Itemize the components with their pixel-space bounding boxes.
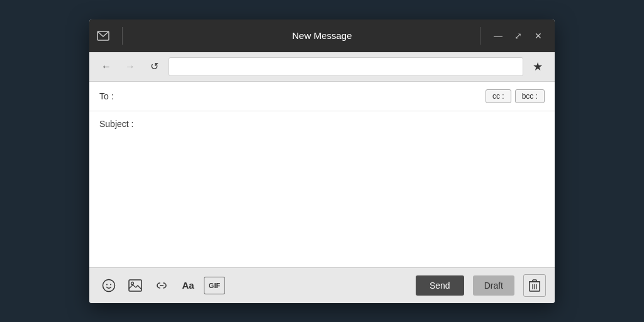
body-input[interactable] — [99, 144, 545, 257]
delete-button[interactable] — [523, 274, 546, 297]
svg-rect-4 — [129, 280, 142, 291]
window-title: New Message — [292, 30, 352, 41]
bcc-button[interactable]: bcc : — [515, 89, 545, 103]
titlebar-right: — ⤢ ✕ — [480, 27, 547, 45]
svg-point-2 — [106, 284, 108, 285]
cc-button[interactable]: cc : — [486, 89, 511, 103]
body-area — [89, 136, 555, 267]
image-button[interactable] — [125, 275, 146, 296]
titlebar-left — [97, 27, 129, 45]
minimize-button[interactable]: — — [489, 27, 507, 45]
close-button[interactable]: ✕ — [530, 27, 547, 45]
subject-input[interactable] — [143, 119, 545, 129]
bookmark-button[interactable]: ★ — [528, 57, 547, 76]
back-button[interactable]: ← — [97, 57, 116, 76]
bottom-toolbar: Aa GIF Send Draft — [89, 267, 555, 303]
to-input[interactable] — [143, 91, 486, 101]
compose-area: To : cc : bcc : Subject : — [89, 82, 555, 267]
mail-icon — [97, 31, 109, 41]
emoji-button[interactable] — [98, 275, 119, 296]
url-bar[interactable] — [169, 57, 523, 76]
send-button[interactable]: Send — [416, 275, 464, 296]
subject-field-row: Subject : — [89, 111, 555, 136]
gif-button[interactable]: GIF — [204, 277, 225, 294]
svg-point-5 — [131, 282, 134, 284]
subject-label: Subject : — [99, 119, 143, 129]
to-label: To : — [99, 91, 143, 101]
titlebar-divider-right — [480, 27, 480, 45]
font-button[interactable]: Aa — [177, 275, 199, 296]
navbar: ← → ↺ ★ — [89, 52, 555, 82]
svg-point-3 — [110, 284, 111, 285]
titlebar-divider-left — [122, 27, 123, 45]
link-button[interactable] — [151, 275, 172, 296]
field-actions: cc : bcc : — [486, 89, 545, 103]
maximize-button[interactable]: ⤢ — [509, 27, 527, 45]
titlebar: New Message — ⤢ ✕ — [89, 19, 555, 52]
svg-point-1 — [103, 279, 115, 291]
email-compose-window: New Message — ⤢ ✕ ← → ↺ ★ To : cc : bcc … — [89, 19, 555, 303]
forward-button[interactable]: → — [121, 57, 140, 76]
refresh-button[interactable]: ↺ — [145, 57, 164, 76]
draft-button[interactable]: Draft — [473, 275, 514, 296]
to-field-row: To : cc : bcc : — [89, 82, 555, 111]
